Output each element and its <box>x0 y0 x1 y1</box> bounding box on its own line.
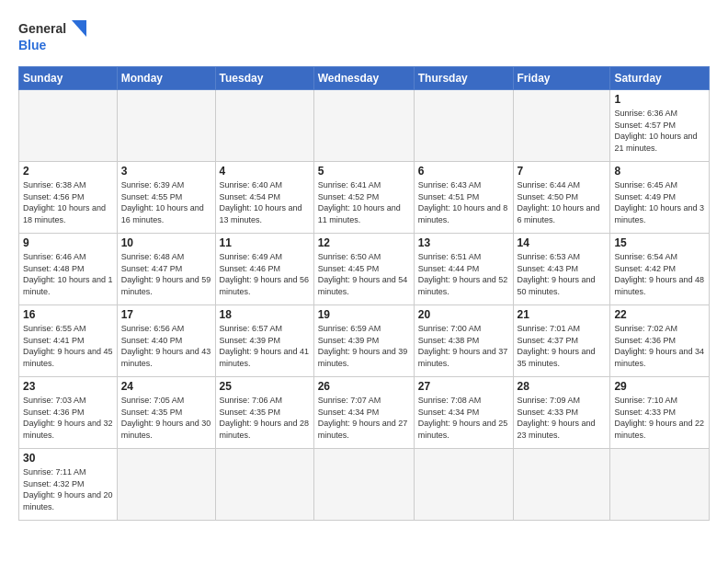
calendar-row-3: 16Sunrise: 6:55 AM Sunset: 4:41 PM Dayli… <box>19 305 710 377</box>
day-info: Sunrise: 6:40 AM Sunset: 4:54 PM Dayligh… <box>220 179 310 225</box>
day-info: Sunrise: 6:50 AM Sunset: 4:45 PM Dayligh… <box>318 251 410 297</box>
calendar-cell: 10Sunrise: 6:48 AM Sunset: 4:47 PM Dayli… <box>117 234 215 305</box>
day-number: 28 <box>518 380 607 393</box>
logo: GeneralBlue <box>18 17 92 57</box>
weekday-header-friday: Friday <box>513 67 610 90</box>
weekday-header-wednesday: Wednesday <box>313 67 414 90</box>
day-number: 20 <box>418 308 509 321</box>
day-info: Sunrise: 6:49 AM Sunset: 4:46 PM Dayligh… <box>220 251 310 297</box>
day-number: 6 <box>418 165 509 178</box>
calendar-row-5: 30Sunrise: 7:11 AM Sunset: 4:32 PM Dayli… <box>19 449 710 521</box>
day-info: Sunrise: 7:08 AM Sunset: 4:34 PM Dayligh… <box>418 395 509 441</box>
day-number: 19 <box>318 308 410 321</box>
day-number: 27 <box>418 380 509 393</box>
day-number: 11 <box>220 236 310 249</box>
calendar-cell: 17Sunrise: 6:56 AM Sunset: 4:40 PM Dayli… <box>117 305 215 377</box>
day-number: 14 <box>518 236 607 249</box>
weekday-header-saturday: Saturday <box>610 67 710 90</box>
calendar-cell: 2Sunrise: 6:38 AM Sunset: 4:56 PM Daylig… <box>19 162 118 234</box>
calendar-cell <box>414 90 513 162</box>
calendar-cell <box>513 449 610 521</box>
day-number: 30 <box>23 452 113 465</box>
calendar-cell: 15Sunrise: 6:54 AM Sunset: 4:42 PM Dayli… <box>610 234 710 305</box>
day-number: 4 <box>220 165 310 178</box>
calendar-cell: 13Sunrise: 6:51 AM Sunset: 4:44 PM Dayli… <box>414 234 513 305</box>
svg-text:Blue: Blue <box>18 38 47 52</box>
day-info: Sunrise: 6:59 AM Sunset: 4:39 PM Dayligh… <box>318 323 410 369</box>
day-number: 16 <box>23 308 113 321</box>
calendar-cell: 29Sunrise: 7:10 AM Sunset: 4:33 PM Dayli… <box>610 377 710 449</box>
calendar-cell <box>215 90 313 162</box>
day-info: Sunrise: 6:38 AM Sunset: 4:56 PM Dayligh… <box>23 179 113 225</box>
calendar-cell: 30Sunrise: 7:11 AM Sunset: 4:32 PM Dayli… <box>19 449 118 521</box>
calendar-cell: 3Sunrise: 6:39 AM Sunset: 4:55 PM Daylig… <box>117 162 215 234</box>
day-info: Sunrise: 6:48 AM Sunset: 4:47 PM Dayligh… <box>121 251 211 297</box>
day-number: 13 <box>418 236 509 249</box>
day-number: 8 <box>614 165 705 178</box>
calendar-cell <box>414 449 513 521</box>
day-info: Sunrise: 6:41 AM Sunset: 4:52 PM Dayligh… <box>318 179 410 225</box>
day-number: 29 <box>614 380 705 393</box>
weekday-header-sunday: Sunday <box>19 67 118 90</box>
day-info: Sunrise: 6:45 AM Sunset: 4:49 PM Dayligh… <box>614 179 705 225</box>
day-info: Sunrise: 6:53 AM Sunset: 4:43 PM Dayligh… <box>518 251 607 297</box>
day-number: 3 <box>121 165 211 178</box>
day-info: Sunrise: 6:55 AM Sunset: 4:41 PM Dayligh… <box>23 323 113 369</box>
calendar-cell: 5Sunrise: 6:41 AM Sunset: 4:52 PM Daylig… <box>313 162 414 234</box>
calendar-cell: 16Sunrise: 6:55 AM Sunset: 4:41 PM Dayli… <box>19 305 118 377</box>
day-number: 12 <box>318 236 410 249</box>
day-info: Sunrise: 6:46 AM Sunset: 4:48 PM Dayligh… <box>23 251 113 297</box>
weekday-header-tuesday: Tuesday <box>215 67 313 90</box>
calendar-cell: 21Sunrise: 7:01 AM Sunset: 4:37 PM Dayli… <box>513 305 610 377</box>
day-info: Sunrise: 7:05 AM Sunset: 4:35 PM Dayligh… <box>121 395 211 441</box>
calendar-cell: 19Sunrise: 6:59 AM Sunset: 4:39 PM Dayli… <box>313 305 414 377</box>
weekday-header-row: SundayMondayTuesdayWednesdayThursdayFrid… <box>19 67 710 90</box>
day-number: 7 <box>518 165 607 178</box>
calendar-cell: 8Sunrise: 6:45 AM Sunset: 4:49 PM Daylig… <box>610 162 710 234</box>
day-number: 17 <box>121 308 211 321</box>
day-info: Sunrise: 7:03 AM Sunset: 4:36 PM Dayligh… <box>23 395 113 441</box>
calendar-cell <box>313 90 414 162</box>
day-number: 18 <box>220 308 310 321</box>
day-number: 15 <box>614 236 705 249</box>
calendar-cell <box>117 449 215 521</box>
calendar-cell: 6Sunrise: 6:43 AM Sunset: 4:51 PM Daylig… <box>414 162 513 234</box>
weekday-header-thursday: Thursday <box>414 67 513 90</box>
day-number: 26 <box>318 380 410 393</box>
calendar-cell: 12Sunrise: 6:50 AM Sunset: 4:45 PM Dayli… <box>313 234 414 305</box>
calendar-row-4: 23Sunrise: 7:03 AM Sunset: 4:36 PM Dayli… <box>19 377 710 449</box>
calendar-cell: 27Sunrise: 7:08 AM Sunset: 4:34 PM Dayli… <box>414 377 513 449</box>
calendar-cell: 11Sunrise: 6:49 AM Sunset: 4:46 PM Dayli… <box>215 234 313 305</box>
calendar-cell: 4Sunrise: 6:40 AM Sunset: 4:54 PM Daylig… <box>215 162 313 234</box>
day-number: 25 <box>220 380 310 393</box>
calendar-cell <box>313 449 414 521</box>
day-info: Sunrise: 7:07 AM Sunset: 4:34 PM Dayligh… <box>318 395 410 441</box>
header: GeneralBlue <box>18 17 710 57</box>
day-info: Sunrise: 6:43 AM Sunset: 4:51 PM Dayligh… <box>418 179 509 225</box>
day-number: 22 <box>614 308 705 321</box>
page: GeneralBlue SundayMondayTuesdayWednesday… <box>0 0 728 530</box>
day-info: Sunrise: 6:36 AM Sunset: 4:57 PM Dayligh… <box>614 108 705 154</box>
day-number: 5 <box>318 165 410 178</box>
calendar-row-1: 2Sunrise: 6:38 AM Sunset: 4:56 PM Daylig… <box>19 162 710 234</box>
calendar-cell <box>117 90 215 162</box>
day-info: Sunrise: 6:44 AM Sunset: 4:50 PM Dayligh… <box>518 179 607 225</box>
day-info: Sunrise: 6:56 AM Sunset: 4:40 PM Dayligh… <box>121 323 211 369</box>
calendar-cell <box>215 449 313 521</box>
weekday-header-monday: Monday <box>117 67 215 90</box>
calendar-cell <box>513 90 610 162</box>
calendar-cell <box>610 449 710 521</box>
generalblue-logo-icon: GeneralBlue <box>18 17 92 57</box>
day-info: Sunrise: 7:10 AM Sunset: 4:33 PM Dayligh… <box>614 395 705 441</box>
calendar-cell: 18Sunrise: 6:57 AM Sunset: 4:39 PM Dayli… <box>215 305 313 377</box>
calendar-cell <box>19 90 118 162</box>
svg-marker-0 <box>72 20 86 37</box>
calendar-row-0: 1Sunrise: 6:36 AM Sunset: 4:57 PM Daylig… <box>19 90 710 162</box>
day-info: Sunrise: 6:54 AM Sunset: 4:42 PM Dayligh… <box>614 251 705 297</box>
calendar-cell: 23Sunrise: 7:03 AM Sunset: 4:36 PM Dayli… <box>19 377 118 449</box>
calendar-cell: 26Sunrise: 7:07 AM Sunset: 4:34 PM Dayli… <box>313 377 414 449</box>
calendar-cell: 24Sunrise: 7:05 AM Sunset: 4:35 PM Dayli… <box>117 377 215 449</box>
day-number: 21 <box>518 308 607 321</box>
calendar-cell: 1Sunrise: 6:36 AM Sunset: 4:57 PM Daylig… <box>610 90 710 162</box>
calendar-cell: 20Sunrise: 7:00 AM Sunset: 4:38 PM Dayli… <box>414 305 513 377</box>
